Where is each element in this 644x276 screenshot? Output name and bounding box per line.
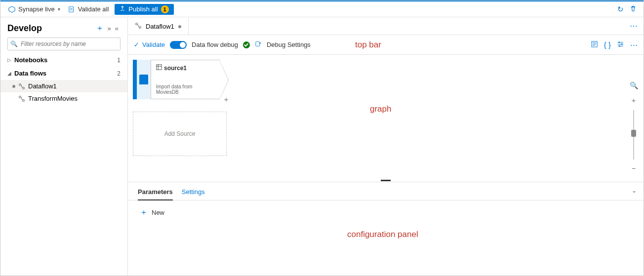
upload-icon [120, 5, 125, 13]
tree-item-transformmovies[interactable]: TransformMovies [0, 92, 127, 105]
validate-all-button[interactable]: Validate all [64, 3, 113, 15]
validate-button[interactable]: ✓ Validate [134, 41, 165, 48]
workspace-label: Synapse live [18, 5, 55, 13]
dataflow-icon [18, 83, 25, 90]
develop-sidebar: Develop ＋ » « 🔍 ▷ Notebooks 1 ◢ Data flo… [0, 17, 128, 276]
tree-item-dataflow1[interactable]: Dataflow1 [0, 80, 127, 92]
node-type-icon [137, 60, 151, 99]
add-transformation-button[interactable]: ＋ [223, 95, 230, 104]
source-node[interactable]: source1 Import data from MoviesDB [133, 60, 220, 99]
caret-right-icon: ▷ [7, 57, 14, 63]
svg-point-2 [19, 83, 21, 85]
publish-all-label: Publish all [128, 5, 158, 13]
tree-item-label: Dataflow1 [28, 82, 57, 90]
svg-marker-0 [9, 6, 15, 12]
zoom-in-button[interactable]: ＋ [628, 94, 639, 107]
debug-active-icon [243, 41, 250, 48]
more-button[interactable]: ⋯ [630, 40, 638, 49]
node-selection-handle[interactable] [133, 60, 137, 99]
unsaved-dot-icon [12, 85, 15, 88]
collapse-panel-button[interactable]: ⌄ [632, 187, 637, 194]
debug-toggle[interactable] [170, 41, 187, 49]
validate-label: Validate [142, 41, 165, 48]
search-zoom-button[interactable]: 🔍 [628, 79, 640, 91]
annotation-config: configuration panel [347, 230, 644, 239]
tree-group-label: Data flows [14, 70, 117, 77]
code-view-button[interactable]: { } [604, 40, 611, 49]
script-view-button[interactable] [591, 40, 598, 49]
tree-group-dataflows[interactable]: ◢ Data flows 2 [0, 67, 127, 80]
config-tab-settings[interactable]: Settings [182, 186, 205, 200]
tree-group-label: Notebooks [14, 56, 117, 64]
zoom-out-button[interactable]: − [630, 162, 638, 174]
publish-count-badge: 1 [161, 5, 169, 13]
source-name: source1 [164, 65, 187, 72]
debug-label: Data flow debug [192, 41, 238, 48]
editor-tab-strip: Dataflow1 ⋯ [128, 17, 644, 35]
tree-item-label: TransformMovies [28, 95, 78, 102]
svg-point-7 [139, 27, 141, 29]
zoom-slider[interactable] [633, 110, 634, 159]
add-source-label: Add Source [164, 130, 196, 137]
search-icon: 🔍 [10, 40, 18, 47]
add-source-button[interactable]: Add Source [133, 112, 227, 156]
workspace-selector[interactable]: Synapse live ▾ [4, 3, 64, 15]
refresh-button[interactable]: ↻ [614, 3, 627, 16]
chevron-down-icon: ▾ [58, 6, 60, 12]
command-bar: Synapse live ▾ Validate all Publish all … [0, 0, 644, 17]
resource-tree: ▷ Notebooks 1 ◢ Data flows 2 Dataflow1 [0, 53, 127, 105]
check-icon: ✓ [134, 41, 139, 48]
svg-point-11 [621, 43, 623, 45]
workspace-icon [8, 6, 15, 13]
svg-rect-1 [69, 6, 73, 12]
tab-overflow-button[interactable]: ⋯ [624, 17, 644, 35]
settings-button[interactable] [617, 40, 624, 49]
tab-title: Dataflow1 [146, 23, 174, 30]
expand-all-button[interactable]: » [106, 24, 113, 33]
unsaved-dot-icon [178, 25, 181, 28]
svg-point-12 [619, 45, 620, 46]
debug-settings-button[interactable]: Debug Settings [267, 41, 311, 48]
svg-point-5 [23, 99, 25, 101]
tree-group-count: 1 [117, 57, 121, 64]
tree-group-notebooks[interactable]: ▷ Notebooks 1 [0, 53, 127, 67]
svg-point-6 [136, 23, 138, 25]
source-desc: Import data from MoviesDB [156, 84, 214, 95]
tab-dataflow1[interactable]: Dataflow1 [128, 17, 189, 35]
discard-button[interactable] [627, 3, 640, 15]
plus-icon: ＋ [140, 207, 148, 218]
zoom-controls: 🔍 ＋ − ⛶ [628, 79, 640, 179]
annotation-graph: graph [370, 104, 391, 114]
dataflow-topbar: ✓ Validate Data flow debug Debug Setting… [128, 35, 644, 55]
publish-all-button[interactable]: Publish all 1 [115, 4, 173, 15]
caret-down-icon: ◢ [7, 71, 14, 76]
annotation-topbar: top bar [355, 40, 381, 50]
svg-point-10 [618, 41, 620, 43]
debug-session-icon[interactable] [255, 40, 262, 49]
svg-rect-8 [256, 42, 260, 46]
sidebar-title: Develop [7, 23, 94, 34]
filter-input[interactable] [7, 38, 121, 50]
validate-icon [68, 6, 75, 13]
dataflow-icon [18, 95, 25, 102]
svg-rect-13 [157, 65, 161, 70]
new-label: New [152, 209, 164, 216]
config-tab-parameters[interactable]: Parameters [138, 186, 173, 200]
svg-point-3 [23, 87, 25, 89]
dataflow-icon [135, 22, 142, 31]
add-resource-button[interactable]: ＋ [94, 22, 106, 35]
graph-canvas[interactable]: source1 Import data from MoviesDB ＋ Add … [128, 55, 644, 179]
new-parameter-button[interactable]: ＋ New [140, 207, 164, 218]
collapse-sidebar-button[interactable]: « [113, 24, 121, 33]
configuration-panel: Parameters Settings ⌄ ＋ New configuratio… [128, 182, 644, 276]
dataset-icon [156, 64, 162, 72]
validate-all-label: Validate all [78, 5, 109, 13]
tree-group-count: 2 [117, 70, 121, 77]
svg-point-4 [19, 96, 21, 98]
